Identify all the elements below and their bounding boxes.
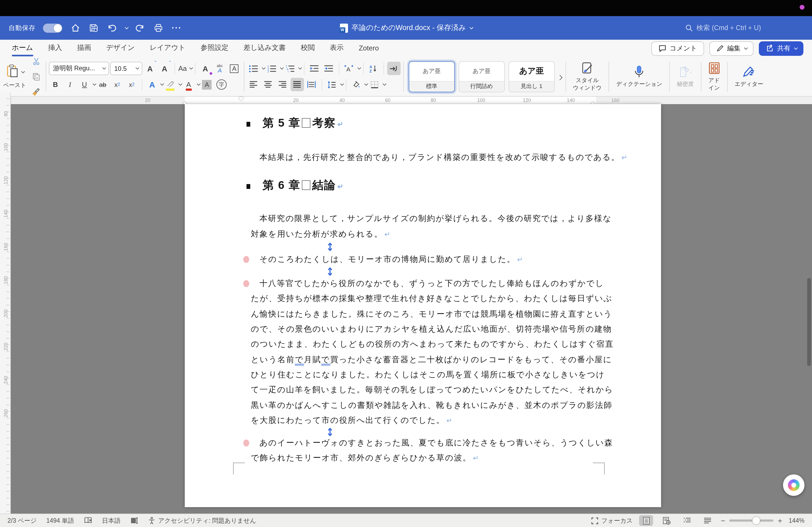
edit-mode-button[interactable]: 編集	[709, 41, 753, 56]
text-line[interactable]: 十八等官でしたから役所のなかでも、ずうっと下の方でしたし俸給もほんのわずかでし	[251, 276, 605, 291]
copy-button[interactable]	[30, 70, 43, 83]
style-card-見出し 1[interactable]: あア亜見出し 1	[509, 61, 555, 92]
addins-button[interactable]: アドイン	[704, 62, 724, 91]
redo-icon[interactable]	[135, 22, 146, 33]
text-effects-button[interactable]: A	[146, 78, 159, 91]
style-card-行間詰め[interactable]: あア亜行間詰め	[459, 61, 505, 92]
grow-font-button[interactable]: Aˆ	[143, 62, 157, 75]
zoom-percent[interactable]: 144%	[789, 517, 804, 524]
font-name-select[interactable]: 游明朝 Regu...	[49, 62, 109, 75]
distribute-button[interactable]	[305, 78, 318, 91]
multilevel-list-button[interactable]: 1ai	[284, 62, 297, 75]
font-color-chevron-icon[interactable]	[197, 82, 200, 86]
text-effects-chevron-icon[interactable]	[160, 82, 164, 86]
cut-button[interactable]	[30, 55, 43, 68]
justify-button[interactable]	[291, 78, 304, 91]
shading-chevron-icon[interactable]	[364, 82, 368, 86]
text-line[interactable]: ので、その景色のいいまわりにアカシヤを植え込んだ広い地面が、切符売場や信号所の建…	[251, 321, 605, 337]
borders-button[interactable]	[368, 78, 381, 91]
text-prediction-status[interactable]	[130, 517, 138, 524]
accessibility-status[interactable]: アクセシビリティ: 問題ありません	[148, 516, 256, 525]
text-line[interactable]: のついたまま、わたくしどもの役所の方へまわって来たものですから、わたくしはすぐ宿…	[251, 337, 605, 352]
zoom-in-icon[interactable]: +	[778, 516, 782, 525]
character-spacing-chevron-icon[interactable]	[357, 66, 361, 70]
document-text[interactable]: 第 5 章考察↵本結果は，先行研究と整合的であり，ブランド構築の重要性を改めて示…	[251, 104, 605, 466]
phonetic-guide-button[interactable]: abcA	[213, 62, 227, 75]
text-line[interactable]: を大股にわたって市の役所へ出て行くのでした。↵	[251, 413, 605, 428]
shading-button[interactable]	[350, 78, 363, 91]
shrink-font-button[interactable]: Aˇ	[158, 62, 171, 75]
document-page[interactable]: 第 5 章考察↵本結果は，先行研究と整合的であり，ブランド構築の重要性を改めて示…	[185, 104, 661, 507]
print-layout-view-button[interactable]	[639, 515, 653, 526]
subscript-button[interactable]: x2	[111, 78, 124, 91]
tab-デザイン[interactable]: デザイン	[100, 40, 141, 57]
align-left-button[interactable]	[247, 78, 260, 91]
bullets-button[interactable]	[247, 62, 260, 75]
character-spacing-button[interactable]: A	[343, 62, 356, 75]
borders-chevron-icon[interactable]	[382, 82, 386, 86]
text-line[interactable]: という名前で月賦で買った小さな蓄音器と二十枚ばかりのレコードをもって、その番小屋…	[251, 352, 605, 367]
focus-mode-button[interactable]: フォーカス	[591, 516, 633, 525]
strikethrough-button[interactable]: ab	[96, 78, 110, 91]
zoom-slider[interactable]: − +	[721, 516, 782, 525]
text-line[interactable]: 本研究の限界として，サンプルサイズの制約が挙げられる。今後の研究では，より多様な	[251, 211, 605, 226]
tab-Zotero[interactable]: Zotero	[352, 41, 385, 56]
copilot-button[interactable]	[783, 475, 804, 496]
zoom-slider-thumb[interactable]	[752, 517, 760, 524]
title-chevron-icon[interactable]	[470, 25, 474, 29]
document-canvas[interactable]: 第 5 章考察↵本結果は，先行研究と整合的であり，ブランド構築の重要性を改めて示…	[0, 104, 812, 514]
style-gallery-more-icon[interactable]	[557, 72, 563, 81]
increase-indent-button[interactable]	[322, 62, 336, 75]
web-layout-view-button[interactable]	[659, 515, 673, 526]
paste-button[interactable]	[6, 64, 19, 80]
multilevel-chevron-icon[interactable]	[298, 66, 302, 70]
outline-view-button[interactable]	[680, 515, 694, 526]
text-line[interactable]: あのイーハトーヴォのすきとおった風、夏でも底に冷たさをもつ青いそら、うつくしい森	[251, 435, 605, 451]
underline-chevron-icon[interactable]	[92, 82, 96, 86]
show-formatting-marks-button[interactable]	[387, 62, 401, 75]
text-line[interactable]: 本結果は，先行研究と整合的であり，ブランド構築の重要性を改めて示唆するものである…	[251, 150, 605, 166]
line-spacing-chevron-icon[interactable]	[340, 82, 344, 86]
decrease-indent-button[interactable]	[308, 62, 321, 75]
text-line[interactable]: 黒い革のかばんへすこしの書類や雑誌を入れ、靴もきれいにみがき、並木のポプラの影法…	[251, 397, 605, 413]
superscript-button[interactable]: x2	[125, 78, 139, 91]
proofing-status[interactable]	[84, 517, 92, 524]
numbering-button[interactable]: 123	[265, 62, 279, 75]
tab-差し込み文書[interactable]: 差し込み文書	[237, 40, 292, 57]
style-card-標準[interactable]: あア亜標準	[409, 61, 455, 92]
home-icon[interactable]	[70, 22, 81, 33]
text-line[interactable]: たが、受持ちが標本の採集や整理で生れ付き好きなことでしたから、わたくしは毎日ずい…	[251, 291, 605, 306]
text-line[interactable]: で飾られたモリーオ市、郊外のぎらぎらひかる草の波。↵	[251, 451, 605, 466]
text-line[interactable]: ひとり住むことになりました。わたくしはそこの馬を置く場所に板で小さなしきいをつけ	[251, 367, 605, 382]
text-line[interactable]: て一疋の山羊を飼いました。毎朝その乳をしぼってつめたいパンをひたしてたべ、それか…	[251, 382, 605, 398]
print-icon[interactable]	[153, 22, 164, 33]
tab-表示[interactable]: 表示	[323, 40, 350, 57]
text-line[interactable]: 対象を用いた分析が求められる。↵	[251, 226, 605, 242]
search-field[interactable]: 検索 (Cmd + Ctrl + U)	[685, 23, 761, 32]
save-icon[interactable]	[88, 22, 99, 33]
highlight-chevron-icon[interactable]	[178, 82, 182, 86]
share-button[interactable]: 共有	[759, 41, 803, 56]
tab-ホーム[interactable]: ホーム	[5, 40, 40, 57]
vertical-scrollbar-thumb[interactable]	[807, 278, 811, 366]
bold-button[interactable]: B	[49, 78, 62, 91]
language-status[interactable]: 日本語	[102, 516, 120, 525]
autosave-toggle[interactable]	[43, 23, 62, 32]
tab-参照設定[interactable]: 参照設定	[194, 40, 235, 57]
highlight-button[interactable]	[164, 78, 177, 91]
change-case-button[interactable]: Aa	[178, 62, 192, 75]
style-window-button[interactable]: スタイルウィンドウ	[569, 62, 606, 91]
font-color-button[interactable]: A	[182, 78, 195, 91]
paste-chevron-icon[interactable]	[21, 70, 25, 73]
underline-button[interactable]: U	[78, 78, 91, 91]
line-spacing-button[interactable]	[325, 78, 339, 91]
align-center-button[interactable]	[262, 78, 275, 91]
tab-描画[interactable]: 描画	[71, 40, 98, 57]
word-count[interactable]: 1494 単語	[46, 516, 74, 525]
tab-校閲[interactable]: 校閲	[294, 40, 321, 57]
enclose-characters-button[interactable]: 字	[215, 78, 228, 91]
align-right-button[interactable]	[276, 78, 289, 91]
numbering-chevron-icon[interactable]	[280, 66, 284, 70]
character-shading-button[interactable]: A	[200, 78, 214, 91]
more-commands-icon[interactable]: ···	[171, 22, 182, 33]
